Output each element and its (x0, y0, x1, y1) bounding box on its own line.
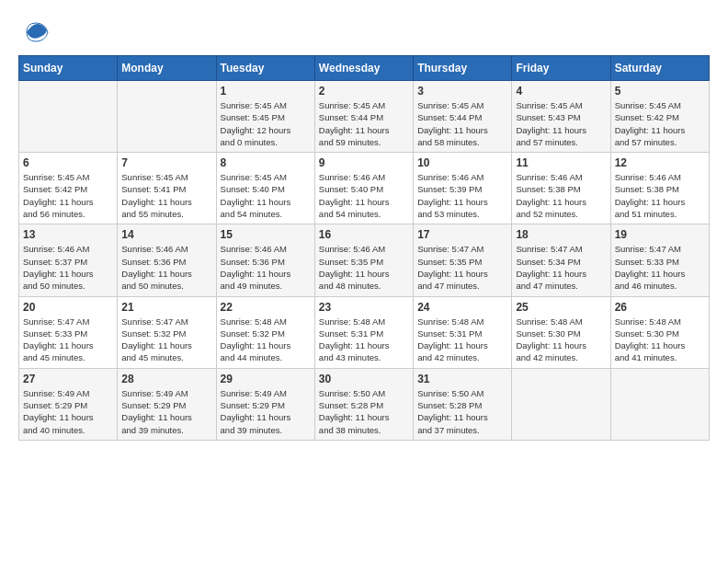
day-number: 28 (121, 373, 211, 385)
day-number: 22 (221, 301, 311, 314)
header-thursday: Thursday (414, 56, 512, 81)
day-number: 12 (615, 156, 705, 169)
header-monday: Monday (118, 56, 216, 81)
day-number: 5 (615, 85, 705, 98)
header-sunday: Sunday (19, 56, 118, 81)
day-info: Sunrise: 5:46 AM Sunset: 5:35 PM Dayligh… (319, 243, 409, 292)
calendar-cell: 24Sunrise: 5:48 AM Sunset: 5:31 PM Dayli… (414, 296, 512, 368)
day-number: 10 (417, 156, 507, 169)
day-number: 15 (221, 228, 311, 241)
day-number: 18 (516, 228, 606, 241)
day-info: Sunrise: 5:49 AM Sunset: 5:29 PM Dayligh… (23, 387, 113, 436)
day-info: Sunrise: 5:45 AM Sunset: 5:41 PM Dayligh… (121, 171, 211, 220)
page-container: SundayMondayTuesdayWednesdayThursdayFrid… (0, 0, 728, 450)
day-info: Sunrise: 5:47 AM Sunset: 5:34 PM Dayligh… (516, 243, 606, 292)
day-info: Sunrise: 5:46 AM Sunset: 5:36 PM Dayligh… (121, 243, 211, 292)
day-info: Sunrise: 5:50 AM Sunset: 5:28 PM Dayligh… (319, 387, 409, 436)
day-number: 3 (417, 85, 507, 98)
calendar-cell: 7Sunrise: 5:45 AM Sunset: 5:41 PM Daylig… (118, 153, 216, 224)
day-number: 13 (23, 228, 113, 241)
day-info: Sunrise: 5:47 AM Sunset: 5:33 PM Dayligh… (615, 243, 705, 292)
day-info: Sunrise: 5:47 AM Sunset: 5:32 PM Dayligh… (121, 316, 211, 364)
calendar-cell: 20Sunrise: 5:47 AM Sunset: 5:33 PM Dayli… (19, 296, 118, 368)
day-number: 4 (516, 85, 606, 98)
day-number: 25 (516, 301, 606, 314)
calendar-cell: 16Sunrise: 5:46 AM Sunset: 5:35 PM Dayli… (314, 224, 413, 296)
calendar-cell: 5Sunrise: 5:45 AM Sunset: 5:42 PM Daylig… (610, 81, 709, 153)
day-info: Sunrise: 5:46 AM Sunset: 5:39 PM Dayligh… (417, 171, 507, 220)
week-row-4: 27Sunrise: 5:49 AM Sunset: 5:29 PM Dayli… (19, 368, 710, 440)
calendar-cell: 13Sunrise: 5:46 AM Sunset: 5:37 PM Dayli… (19, 224, 118, 296)
day-number: 26 (615, 301, 705, 314)
calendar-cell: 25Sunrise: 5:48 AM Sunset: 5:30 PM Dayli… (512, 296, 610, 368)
day-info: Sunrise: 5:46 AM Sunset: 5:38 PM Dayligh… (615, 171, 705, 220)
header-saturday: Saturday (610, 56, 709, 81)
day-number: 24 (417, 301, 507, 314)
day-number: 6 (23, 156, 113, 169)
calendar-cell: 1Sunrise: 5:45 AM Sunset: 5:45 PM Daylig… (216, 81, 314, 153)
day-number: 1 (221, 85, 311, 98)
calendar-header-row: SundayMondayTuesdayWednesdayThursdayFrid… (19, 56, 710, 81)
day-number: 20 (23, 301, 113, 314)
calendar-cell: 12Sunrise: 5:46 AM Sunset: 5:38 PM Dayli… (610, 153, 709, 224)
calendar-cell: 26Sunrise: 5:48 AM Sunset: 5:30 PM Dayli… (610, 296, 709, 368)
day-number: 17 (417, 228, 507, 241)
day-info: Sunrise: 5:46 AM Sunset: 5:37 PM Dayligh… (23, 243, 113, 292)
week-row-3: 20Sunrise: 5:47 AM Sunset: 5:33 PM Dayli… (19, 296, 710, 368)
day-info: Sunrise: 5:45 AM Sunset: 5:45 PM Dayligh… (221, 99, 311, 148)
week-row-2: 13Sunrise: 5:46 AM Sunset: 5:37 PM Dayli… (19, 224, 710, 296)
day-info: Sunrise: 5:45 AM Sunset: 5:44 PM Dayligh… (417, 99, 507, 148)
calendar: SundayMondayTuesdayWednesdayThursdayFrid… (18, 55, 710, 441)
day-info: Sunrise: 5:48 AM Sunset: 5:30 PM Dayligh… (516, 316, 606, 364)
day-info: Sunrise: 5:46 AM Sunset: 5:40 PM Dayligh… (319, 171, 409, 220)
day-info: Sunrise: 5:45 AM Sunset: 5:42 PM Dayligh… (615, 99, 705, 148)
calendar-cell: 19Sunrise: 5:47 AM Sunset: 5:33 PM Dayli… (610, 224, 709, 296)
day-info: Sunrise: 5:48 AM Sunset: 5:32 PM Dayligh… (221, 316, 311, 364)
calendar-cell: 4Sunrise: 5:45 AM Sunset: 5:43 PM Daylig… (512, 81, 610, 153)
day-info: Sunrise: 5:48 AM Sunset: 5:31 PM Dayligh… (319, 316, 409, 364)
day-number: 7 (121, 156, 211, 169)
calendar-cell: 31Sunrise: 5:50 AM Sunset: 5:28 PM Dayli… (414, 368, 512, 440)
calendar-cell (118, 81, 216, 153)
day-info: Sunrise: 5:47 AM Sunset: 5:33 PM Dayligh… (23, 316, 113, 364)
calendar-cell: 29Sunrise: 5:49 AM Sunset: 5:29 PM Dayli… (216, 368, 314, 440)
day-number: 8 (221, 156, 311, 169)
calendar-cell: 15Sunrise: 5:46 AM Sunset: 5:36 PM Dayli… (216, 224, 314, 296)
calendar-cell: 2Sunrise: 5:45 AM Sunset: 5:44 PM Daylig… (314, 81, 413, 153)
day-number: 9 (319, 156, 409, 169)
calendar-cell: 14Sunrise: 5:46 AM Sunset: 5:36 PM Dayli… (118, 224, 216, 296)
calendar-cell: 28Sunrise: 5:49 AM Sunset: 5:29 PM Dayli… (118, 368, 216, 440)
header-tuesday: Tuesday (216, 56, 314, 81)
day-info: Sunrise: 5:48 AM Sunset: 5:31 PM Dayligh… (417, 316, 507, 364)
day-info: Sunrise: 5:45 AM Sunset: 5:40 PM Dayligh… (221, 171, 311, 220)
day-number: 19 (615, 228, 705, 241)
day-number: 2 (319, 85, 409, 98)
calendar-cell (512, 368, 610, 440)
day-info: Sunrise: 5:45 AM Sunset: 5:44 PM Dayligh… (319, 99, 409, 148)
calendar-cell: 8Sunrise: 5:45 AM Sunset: 5:40 PM Daylig… (216, 153, 314, 224)
calendar-cell: 9Sunrise: 5:46 AM Sunset: 5:40 PM Daylig… (314, 153, 413, 224)
calendar-cell: 17Sunrise: 5:47 AM Sunset: 5:35 PM Dayli… (414, 224, 512, 296)
day-number: 11 (516, 156, 606, 169)
calendar-cell: 11Sunrise: 5:46 AM Sunset: 5:38 PM Dayli… (512, 153, 610, 224)
week-row-0: 1Sunrise: 5:45 AM Sunset: 5:45 PM Daylig… (19, 81, 710, 153)
logo-icon (22, 18, 50, 46)
day-info: Sunrise: 5:45 AM Sunset: 5:42 PM Dayligh… (23, 171, 113, 220)
day-info: Sunrise: 5:49 AM Sunset: 5:29 PM Dayligh… (121, 387, 211, 436)
calendar-cell: 22Sunrise: 5:48 AM Sunset: 5:32 PM Dayli… (216, 296, 314, 368)
day-number: 14 (121, 228, 211, 241)
header-friday: Friday (512, 56, 610, 81)
day-info: Sunrise: 5:45 AM Sunset: 5:43 PM Dayligh… (516, 99, 606, 148)
calendar-cell: 30Sunrise: 5:50 AM Sunset: 5:28 PM Dayli… (314, 368, 413, 440)
day-info: Sunrise: 5:49 AM Sunset: 5:29 PM Dayligh… (221, 387, 311, 436)
calendar-cell (610, 368, 709, 440)
header (18, 18, 710, 46)
calendar-cell: 3Sunrise: 5:45 AM Sunset: 5:44 PM Daylig… (414, 81, 512, 153)
day-number: 21 (121, 301, 211, 314)
day-number: 27 (23, 373, 113, 385)
day-number: 31 (417, 373, 507, 385)
calendar-cell (19, 81, 118, 153)
day-info: Sunrise: 5:46 AM Sunset: 5:38 PM Dayligh… (516, 171, 606, 220)
calendar-cell: 18Sunrise: 5:47 AM Sunset: 5:34 PM Dayli… (512, 224, 610, 296)
header-wednesday: Wednesday (314, 56, 413, 81)
